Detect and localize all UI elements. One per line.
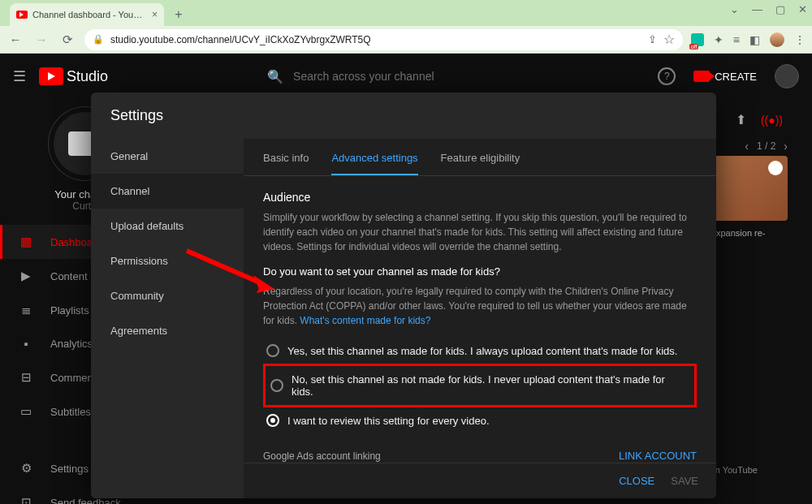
new-tab-button[interactable]: + xyxy=(169,5,188,24)
playlists-icon: ≣ xyxy=(18,303,34,317)
tab-title: Channel dashboard - YouTube St xyxy=(32,10,147,19)
create-label: CREATE xyxy=(715,71,757,83)
modal-nav: General Channel Upload defaults Permissi… xyxy=(91,139,244,498)
tab-feature-eligibility[interactable]: Feature eligibility xyxy=(441,152,520,175)
radio-no-not-for-kids[interactable]: No, set this channel as not made for kid… xyxy=(267,368,689,403)
annotation-highlight: No, set this channel as not made for kid… xyxy=(263,364,697,407)
pager-text: 1 / 2 xyxy=(757,140,775,152)
radio-review-each-video[interactable]: I want to review this setting for every … xyxy=(263,409,697,432)
analytics-icon: ▪ xyxy=(18,337,34,351)
modal-nav-agreements[interactable]: Agreements xyxy=(91,313,244,348)
youtube-logo-icon xyxy=(39,67,63,85)
comments-icon: ⊟ xyxy=(18,370,34,385)
minimize-icon[interactable]: — xyxy=(752,3,762,15)
close-button[interactable]: CLOSE xyxy=(619,475,654,487)
modal-nav-permissions[interactable]: Permissions xyxy=(91,243,244,278)
settings-modal: Settings General Channel Upload defaults… xyxy=(91,93,716,498)
modal-nav-channel[interactable]: Channel xyxy=(91,174,244,209)
modal-nav-upload-defaults[interactable]: Upload defaults xyxy=(91,209,244,243)
upload-icon[interactable]: ⬆ xyxy=(736,112,746,127)
close-window-icon[interactable]: ✕ xyxy=(798,3,807,15)
radio-icon xyxy=(270,379,283,392)
gear-icon: ⚙ xyxy=(18,461,34,476)
hamburger-icon[interactable]: ☰ xyxy=(13,67,26,85)
reload-button[interactable]: ⟳ xyxy=(58,32,76,47)
tab-advanced-settings[interactable]: Advanced settings xyxy=(331,152,417,175)
next-page-button[interactable]: › xyxy=(784,140,788,153)
share-icon[interactable]: ⇪ xyxy=(648,33,657,45)
modal-title: Settings xyxy=(91,93,716,139)
omnibox[interactable]: 🔒 studio.youtube.com/channel/UCvY_iICkXo… xyxy=(84,29,683,50)
browser-tab[interactable]: Channel dashboard - YouTube St × xyxy=(10,3,164,26)
extensions-icon[interactable]: ✦ xyxy=(714,33,723,46)
audience-heading: Audience xyxy=(263,191,697,204)
search-icon: 🔍 xyxy=(267,69,283,84)
extension-badge-icon[interactable] xyxy=(691,33,704,46)
youtube-favicon-icon xyxy=(16,11,28,19)
url-text: studio.youtube.com/channel/UCvY_iICkXoZY… xyxy=(110,34,641,45)
close-tab-icon[interactable]: × xyxy=(152,9,158,20)
address-bar: ← → ⟳ 🔒 studio.youtube.com/channel/UCvY_… xyxy=(0,26,812,54)
back-button[interactable]: ← xyxy=(6,32,24,46)
settings-tabs: Basic info Advanced settings Feature eli… xyxy=(244,139,716,176)
bookmark-icon[interactable]: ☆ xyxy=(663,32,675,47)
youtube-studio-app: ☰ Studio 🔍 ? CREATE Your channel Curtis … xyxy=(0,54,812,504)
modal-content: Basic info Advanced settings Feature eli… xyxy=(244,139,716,498)
radio-yes-made-for-kids[interactable]: Yes, set this channel as made for kids. … xyxy=(263,339,697,362)
audience-legal: Regardless of your location, you're lega… xyxy=(263,284,697,328)
tab-basic-info[interactable]: Basic info xyxy=(263,152,309,175)
search-box[interactable]: 🔍 xyxy=(267,69,645,84)
radio-icon xyxy=(266,414,279,427)
help-icon[interactable]: ? xyxy=(658,67,676,85)
side-panel-icon[interactable]: ◧ xyxy=(749,33,760,46)
radio-icon xyxy=(266,344,279,357)
subtitles-icon: ▭ xyxy=(18,404,34,419)
link-account-button[interactable]: LINK ACCOUNT xyxy=(619,450,697,462)
forward-button[interactable]: → xyxy=(32,32,50,46)
audience-desc: Simplify your workflow by selecting a ch… xyxy=(263,210,697,254)
ads-heading-row: Google Ads account linking LINK ACCOUNT xyxy=(263,450,697,462)
modal-nav-community[interactable]: Community xyxy=(91,278,244,313)
go-live-icon[interactable]: ((●)) xyxy=(761,114,783,127)
settings-scroll[interactable]: Audience Simplify your workflow by selec… xyxy=(244,176,716,463)
feedback-icon: ⊡ xyxy=(18,495,34,504)
chevron-down-icon[interactable]: ⌄ xyxy=(730,3,739,15)
kebab-menu-icon[interactable]: ⋮ xyxy=(794,33,806,46)
modal-footer: CLOSE SAVE xyxy=(244,463,716,498)
studio-logo[interactable]: Studio xyxy=(39,67,108,85)
lock-icon: 🔒 xyxy=(93,34,104,45)
window-controls: ⌄ — ▢ ✕ xyxy=(730,3,807,15)
create-button[interactable]: CREATE xyxy=(693,71,757,83)
save-button[interactable]: SAVE xyxy=(671,475,698,487)
account-avatar-icon[interactable] xyxy=(775,64,799,88)
browser-titlebar: Channel dashboard - YouTube St × + ⌄ — ▢… xyxy=(0,0,812,26)
camera-icon xyxy=(693,71,710,82)
prev-page-button[interactable]: ‹ xyxy=(745,140,749,153)
dashboard-icon: ▦ xyxy=(18,235,34,249)
modal-nav-general[interactable]: General xyxy=(91,139,244,174)
audience-question: Do you want to set your channel as made … xyxy=(263,265,697,278)
reading-list-icon[interactable]: ≡ xyxy=(733,33,740,46)
profile-avatar-icon[interactable] xyxy=(770,32,784,47)
logo-text: Studio xyxy=(67,68,108,85)
search-input[interactable] xyxy=(293,70,537,83)
ads-heading: Google Ads account linking xyxy=(263,450,381,462)
content-icon: ▶ xyxy=(18,269,34,283)
coppa-link[interactable]: What's content made for kids? xyxy=(300,315,430,326)
maximize-icon[interactable]: ▢ xyxy=(775,3,785,15)
